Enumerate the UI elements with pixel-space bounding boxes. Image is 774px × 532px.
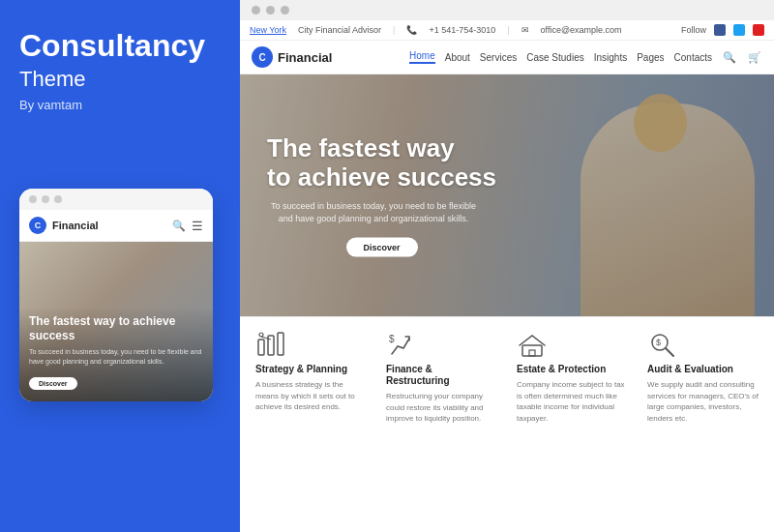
email-icon: ✉: [521, 25, 529, 35]
mobile-menu-icon[interactable]: ☰: [192, 219, 203, 233]
finance-icon: $: [386, 331, 417, 358]
sep2: |: [507, 25, 509, 35]
desktop-navbar: C Financial Home About Services Case Stu…: [240, 41, 774, 74]
mobile-preview-card: C Financial 🔍 ☰ The fastest way to achie…: [19, 189, 213, 401]
desktop-info-bar: New York City Financial Advisor | 📞 +1 5…: [240, 20, 774, 41]
audit-desc: We supply audit and consulting services …: [647, 379, 759, 424]
desktop-nav-links: Home About Services Case Studies Insight…: [409, 49, 762, 65]
hero-description: To succeed in business today, you need t…: [267, 199, 480, 225]
nav-link-services[interactable]: Services: [480, 52, 517, 63]
desktop-logo: C Financial: [252, 46, 332, 68]
estate-title: Estate & Protection: [517, 364, 628, 375]
mobile-nav-icons: 🔍 ☰: [172, 219, 203, 233]
service-card-audit: $ Audit & Evaluation We supply audit and…: [641, 331, 764, 425]
desktop-hero: The fastest way to achieve success To su…: [240, 74, 774, 316]
desktop-search-icon[interactable]: 🔍: [722, 49, 737, 65]
mobile-search-icon[interactable]: 🔍: [172, 220, 186, 232]
service-card-strategy: Strategy & Planning A business strategy …: [250, 331, 372, 425]
estate-desc: Company income subject to tax is often d…: [517, 379, 628, 424]
dot3: [54, 195, 62, 203]
sep1: |: [393, 25, 395, 35]
theme-title: Consultancy Theme: [19, 29, 221, 92]
svg-rect-0: [258, 340, 264, 355]
traffic-dot-3: [281, 6, 289, 15]
hero-title-line2: to achieve success: [267, 163, 496, 192]
mobile-top-bar: [19, 189, 213, 210]
svg-line-9: [666, 348, 673, 356]
services-section: Strategy & Planning A business strategy …: [240, 316, 774, 432]
service-card-finance: $ Finance & Restructuring Restructuring …: [380, 331, 503, 425]
nav-link-contacts[interactable]: Contacts: [674, 52, 712, 63]
finance-title: Finance & Restructuring: [386, 364, 497, 387]
service-card-estate: Estate & Protection Company income subje…: [511, 331, 634, 425]
strategy-icon: [255, 331, 286, 358]
svg-rect-2: [278, 333, 283, 355]
nav-link-about[interactable]: About: [445, 52, 470, 63]
nav-link-case-studies[interactable]: Case Studies: [526, 52, 583, 63]
by-label: By vamtam: [19, 98, 221, 112]
traffic-dot-1: [252, 6, 260, 15]
mobile-discover-button[interactable]: Discover: [29, 377, 77, 390]
mobile-nav: C Financial 🔍 ☰: [19, 210, 213, 242]
svg-text:$: $: [389, 334, 395, 344]
finance-desc: Restructuring your company could restore…: [386, 391, 497, 425]
city-link[interactable]: New York: [250, 25, 286, 35]
dot2: [42, 195, 49, 203]
hero-title: The fastest way to achieve success: [267, 134, 496, 192]
hero-discover-button[interactable]: Discover: [346, 237, 418, 256]
address-text: City Financial Advisor: [298, 25, 381, 35]
title-line2: Theme: [19, 67, 221, 92]
mobile-hero-desc: To succeed in business today, you need t…: [29, 347, 203, 367]
desktop-cart-icon[interactable]: 🛒: [747, 49, 762, 65]
desktop-logo-icon: C: [252, 46, 273, 68]
hero-title-line1: The fastest way: [267, 133, 455, 163]
mobile-logo-icon: C: [29, 217, 46, 234]
nav-link-pages[interactable]: Pages: [637, 52, 664, 63]
strategy-desc: A business strategy is the means by whic…: [255, 379, 367, 413]
nav-link-insights[interactable]: Insights: [594, 52, 627, 63]
svg-rect-7: [529, 350, 535, 356]
mobile-hero-title: The fastest way to achieve success: [29, 314, 203, 343]
dot1: [29, 195, 37, 203]
audit-title: Audit & Evaluation: [647, 364, 759, 375]
desktop-preview: New York City Financial Advisor | 📞 +1 5…: [240, 0, 774, 532]
social-links: Follow: [681, 24, 764, 36]
phone-icon: 📞: [406, 25, 417, 35]
mobile-hero: The fastest way to achieve success To su…: [19, 242, 213, 401]
phone-text: +1 541-754-3010: [429, 25, 495, 35]
youtube-icon[interactable]: [753, 24, 764, 36]
twitter-icon[interactable]: [733, 24, 745, 36]
traffic-dot-2: [266, 6, 275, 15]
email-text: office@example.com: [541, 25, 622, 35]
svg-text:$: $: [656, 338, 661, 347]
svg-point-3: [259, 333, 263, 337]
title-line1: Consultancy: [19, 29, 221, 63]
desktop-logo-text: Financial: [278, 50, 332, 65]
nav-link-home[interactable]: Home: [409, 50, 435, 64]
strategy-title: Strategy & Planning: [255, 364, 367, 375]
follow-label: Follow: [681, 25, 706, 35]
mobile-logo-text: Financial: [52, 220, 166, 231]
desktop-traffic-bar: [240, 0, 774, 20]
estate-icon: [517, 331, 548, 358]
mobile-hero-overlay: The fastest way to achieve success To su…: [19, 307, 213, 401]
audit-icon: $: [647, 331, 678, 358]
hero-content: The fastest way to achieve success To su…: [267, 134, 496, 257]
facebook-icon[interactable]: [714, 24, 726, 36]
